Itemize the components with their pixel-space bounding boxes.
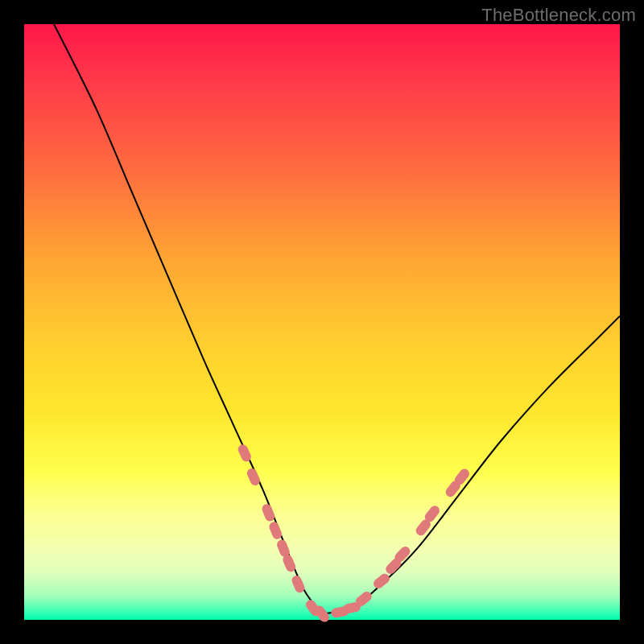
bottleneck-curve [322,316,620,614]
marker-layer [237,443,472,624]
curve-svg [24,24,620,620]
chart-frame: TheBottleneck.com [0,0,644,644]
curve-layer [54,24,620,614]
watermark-text: TheBottleneck.com [481,5,636,26]
data-bead [268,521,283,541]
plot-area [24,24,620,620]
data-bead [291,574,307,594]
data-bead [372,572,392,590]
data-bead [261,502,276,522]
data-bead [246,467,262,487]
bottleneck-curve [54,24,322,614]
